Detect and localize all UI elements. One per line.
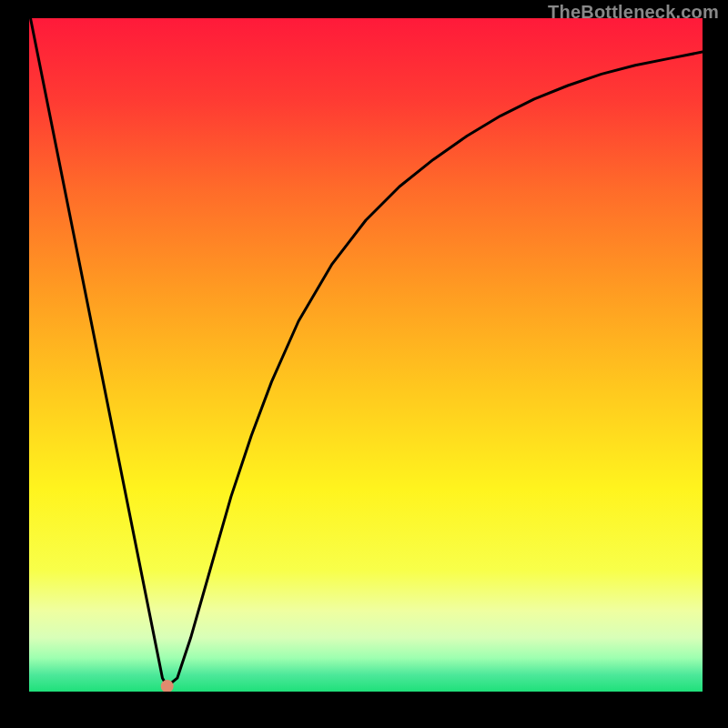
plot-area (29, 18, 703, 692)
chart-frame: TheBottleneck.com (0, 0, 728, 728)
chart-svg (29, 18, 703, 692)
chart-background (29, 18, 703, 692)
